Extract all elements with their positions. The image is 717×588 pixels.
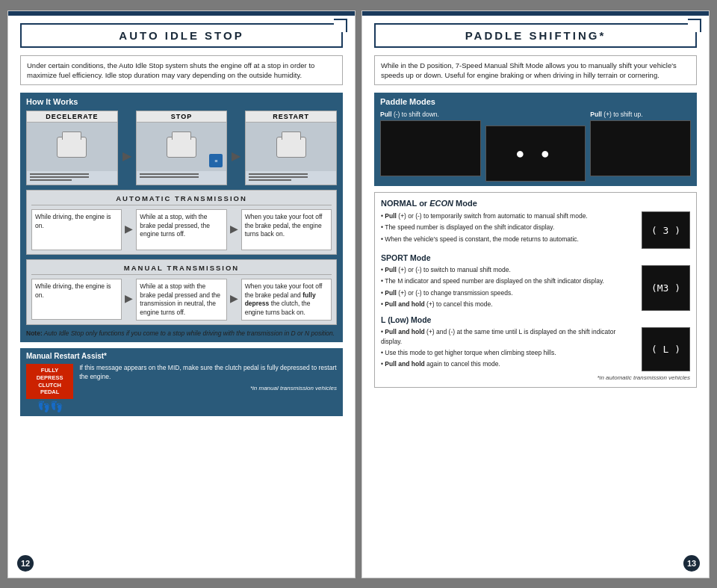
sport-bullets: Pull (+) or (-) to switch to manual shif… [381, 265, 634, 309]
normal-econ-row: Pull (+) or (-) to temporarily switch fr… [381, 211, 690, 249]
auto-trans-title: AUTOMATIC TRANSMISSION [31, 194, 332, 205]
right-title-corner [688, 19, 701, 32]
left-section-title-box: AUTO IDLE STOP [20, 23, 343, 48]
modes-detail-section: NORMAL or ECON Mode Pull (+) or (-) to t… [374, 192, 697, 388]
paddle-modes-section: Paddle Modes Pull (-) to shift down. ● ● [374, 93, 697, 186]
car-icon-restart [276, 137, 306, 158]
paddle-left-label: Pull (-) to shift down. [380, 111, 481, 118]
right-page-number: 13 [683, 555, 700, 572]
paddle-right-label: Pull (+) to shift up. [590, 111, 691, 118]
auto-arrow-2: ▶ [230, 209, 238, 235]
car-icon-stop [167, 137, 196, 158]
left-description: Under certain conditions, the Auto Idle … [20, 55, 343, 86]
manual-step-2: While at a stop with the brake pedal pre… [136, 279, 226, 321]
normal-econ-title: NORMAL or ECON Mode [381, 199, 690, 208]
step-decelerate: DECELERATE [26, 111, 118, 185]
paddle-center-image: ● ● [485, 126, 586, 182]
manual-trans-steps: While driving, the engine is on. ▶ While… [31, 279, 332, 321]
sport-text: Pull (+) or (-) to switch to manual shif… [381, 265, 634, 311]
left-main-title: AUTO IDLE STOP [31, 29, 332, 42]
left-page-number: 12 [17, 555, 34, 572]
step-restart-img [246, 123, 336, 171]
paddle-images-row: Pull (-) to shift down. ● ● Pull (+) to … [380, 111, 691, 182]
sport-bullet-2: The M indicator and speed number are dis… [381, 276, 634, 285]
restart-content: FULLY DEPRESS CLUTCH PEDAL 👣👣 If this me… [26, 364, 337, 412]
normal-econ-text: Pull (+) or (-) to temporarily switch fr… [381, 211, 634, 249]
auto-step-3: When you take your foot off the brake pe… [241, 209, 332, 250]
right-main-title: PADDLE SHIFTING* [385, 29, 686, 42]
step-restart-label: RESTART [246, 111, 336, 123]
line2 [140, 176, 199, 178]
manual-restart-title: Manual Restart Assist* [26, 352, 337, 360]
paddle-right-box: Pull (+) to shift up. [590, 111, 691, 176]
right-footnote: *in automatic transmission vehicles [381, 374, 690, 381]
low-mode-bullets: Pull and hold (+) and (-) at the same ti… [381, 327, 634, 368]
note-text: Note: Auto Idle Stop only functions if y… [26, 329, 337, 338]
right-section-title-box: PADDLE SHIFTING* [374, 23, 697, 48]
low-bullet-3: Pull and hold again to cancel this mode. [381, 359, 634, 368]
how-it-works-section: How It Works DECELERATE ▶ [20, 93, 343, 342]
clutch-badge-container: FULLY DEPRESS CLUTCH PEDAL 👣👣 [26, 364, 73, 412]
arrow-1: ▶ [122, 111, 131, 185]
paddle-right-image [590, 120, 691, 176]
step-stop-lines [137, 171, 227, 182]
low-mode-display: ( L ) [642, 327, 690, 371]
paddle-center-dots: ● ● [515, 145, 556, 162]
line1 [140, 173, 199, 175]
manual-step-3: When you take your foot off the brake pe… [241, 279, 332, 321]
manual-arrow-2: ▶ [230, 279, 238, 304]
step-stop: STOP ≡ [136, 111, 228, 185]
clutch-icons: 👣👣 [26, 400, 73, 412]
sport-display: (M3 ) [642, 265, 690, 311]
line1 [249, 173, 308, 175]
restart-footnote: *in manual transmission vehicles [79, 385, 337, 392]
low-mode-text: Pull and hold (+) and (-) at the same ti… [381, 327, 634, 371]
paddle-left-box: Pull (-) to shift down. [380, 111, 481, 176]
line2 [249, 176, 308, 178]
sport-mode-title: SPORT Mode [381, 253, 690, 262]
normal-econ-bullet-3: When the vehicle's speed is constant, th… [381, 235, 634, 244]
manual-trans-title: MANUAL TRANSMISSION [31, 264, 332, 275]
auto-step-2: While at a stop, with the brake pedal pr… [136, 209, 226, 250]
normal-econ-display: ( 3 ) [642, 211, 690, 249]
left-page: AUTO IDLE STOP Under certain conditions,… [7, 10, 356, 578]
restart-text-area: If this message appears on the MID, make… [79, 364, 337, 392]
pages-container: AUTO IDLE STOP Under certain conditions,… [7, 10, 710, 578]
low-mode-title: L (Low) Mode [381, 315, 690, 324]
arrow-2: ▶ [232, 111, 240, 185]
step-decelerate-lines [27, 171, 117, 185]
car-icon-decelerate [57, 137, 87, 158]
how-it-works-title: How It Works [26, 97, 337, 106]
step-restart: RESTART [245, 111, 337, 185]
line3 [30, 179, 72, 181]
step-restart-lines [246, 171, 336, 185]
low-bullet-1: Pull and hold (+) and (-) at the same ti… [381, 327, 634, 346]
restart-message: If this message appears on the MID, make… [79, 364, 337, 382]
right-description: While in the D position, 7-Speed Manual … [374, 55, 697, 86]
steps-row: DECELERATE ▶ STOP [26, 111, 337, 185]
sport-bullet-3: Pull (+) or (-) to change transmission s… [381, 288, 634, 297]
title-corner-decoration [334, 19, 347, 32]
auto-trans-steps: While driving, the engine is on. ▶ While… [31, 209, 332, 250]
low-mode-row: Pull and hold (+) and (-) at the same ti… [381, 327, 690, 371]
paddle-modes-title: Paddle Modes [380, 97, 691, 106]
sport-bullet-1: Pull (+) or (-) to switch to manual shif… [381, 265, 634, 274]
automatic-transmission: AUTOMATIC TRANSMISSION While driving, th… [26, 190, 337, 255]
line1 [30, 173, 89, 175]
stop-indicator: ≡ [209, 154, 223, 167]
manual-transmission: MANUAL TRANSMISSION While driving, the e… [26, 259, 337, 325]
normal-econ-bullets: Pull (+) or (-) to temporarily switch fr… [381, 211, 634, 244]
manual-arrow-1: ▶ [125, 279, 133, 304]
line2 [30, 176, 89, 178]
sport-row: Pull (+) or (-) to switch to manual shif… [381, 265, 690, 311]
sport-bullet-4: Pull and hold (+) to cancel this mode. [381, 300, 634, 309]
manual-step-1: While driving, the engine is on. [31, 279, 122, 320]
normal-econ-bullet-2: The speed number is displayed on the shi… [381, 223, 634, 232]
step-stop-img: ≡ [137, 123, 227, 171]
step-decelerate-img [27, 123, 117, 171]
step-decelerate-label: DECELERATE [27, 111, 117, 123]
paddle-left-image [380, 120, 481, 176]
line3 [249, 179, 291, 181]
low-bullet-2: Use this mode to get higher torque when … [381, 348, 634, 357]
paddle-center-box: ● ● [485, 111, 586, 182]
